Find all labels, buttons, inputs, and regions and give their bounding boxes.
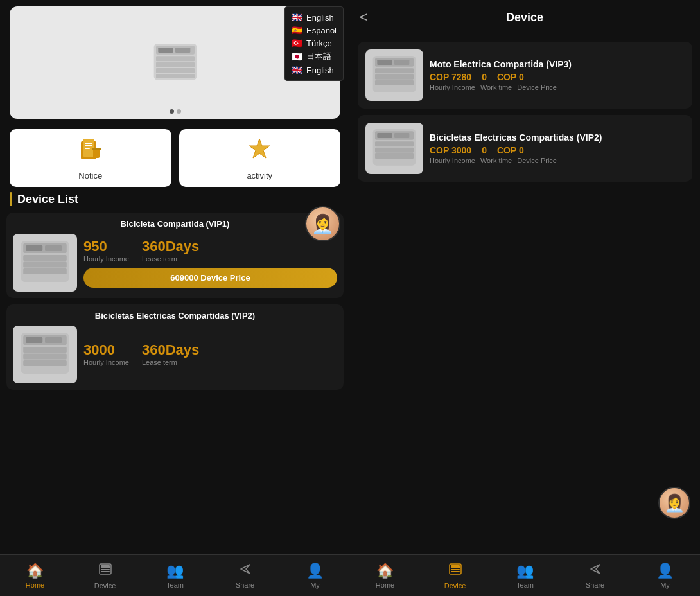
team-icon-left: 👥 (166, 563, 184, 579)
device-thumb-1 (13, 234, 77, 292)
home-icon-left: 🏠 (26, 563, 44, 579)
notice-label: Notice (78, 171, 102, 180)
right-device-2-worktime-label: Work time (480, 157, 512, 164)
lang-label-1: English (306, 13, 334, 22)
nav-my-right[interactable]: 👤 My (630, 555, 700, 596)
notice-button[interactable]: Notice (10, 129, 171, 187)
svg-rect-4 (156, 56, 195, 61)
lang-turkish[interactable]: 🇹🇷 Türkçe (292, 37, 337, 49)
svg-rect-36 (377, 60, 392, 65)
svg-rect-6 (156, 68, 195, 73)
svg-marker-15 (249, 139, 270, 158)
language-dropdown[interactable]: 🇬🇧 English 🇪🇸 Español 🇹🇷 Türkçe 🇯🇵 日本語 🇬… (284, 6, 344, 81)
lang-english-2[interactable]: 🇬🇧 English (292, 64, 337, 76)
lang-japanese[interactable]: 🇯🇵 日本語 (292, 49, 337, 64)
svg-rect-28 (23, 354, 67, 360)
device-1-price-btn[interactable]: 609000 Device Price (83, 268, 337, 288)
dot-1 (170, 109, 174, 114)
svg-rect-13 (93, 149, 100, 158)
activity-button[interactable]: activity (179, 129, 341, 187)
svg-rect-43 (377, 133, 392, 138)
svg-rect-12 (85, 148, 90, 149)
right-device-2-labels: Hourly Income Work time Device Price (430, 157, 685, 164)
device-info-2: 3000 Hourly Income 360Days Lease term (83, 342, 337, 367)
back-button[interactable]: < (360, 9, 368, 26)
nav-team-left[interactable]: 👥 Team (140, 555, 210, 596)
right-panel: < Device Moto Electrica Compartida (VIP3… (350, 0, 700, 596)
device-1-lease-block: 360Days Lease term (142, 238, 199, 263)
device-2-income: 3000 (83, 342, 129, 358)
nav-device-right[interactable]: Device (420, 555, 490, 596)
right-device-1-income: COP 7280 (430, 72, 471, 82)
device-label-right: Device (444, 582, 466, 590)
svg-rect-32 (101, 569, 110, 570)
lang-espanol[interactable]: 🇪🇸 Español (292, 24, 337, 37)
svg-rect-19 (45, 245, 62, 251)
right-device-2-income: COP 3000 (430, 145, 471, 155)
device-list-title: Device List (17, 193, 78, 206)
lang-english-1[interactable]: 🇬🇧 English (292, 11, 337, 24)
svg-rect-40 (375, 80, 414, 85)
device-card-vip2: Bicicletas Electricas Compartidas (VIP2) (6, 304, 344, 390)
svg-rect-51 (451, 571, 460, 572)
right-device-2-name: Bicicletas Electricas Compartidas (VIP2) (430, 132, 685, 143)
nav-home-left[interactable]: 🏠 Home (0, 555, 70, 596)
right-device-thumb-2 (365, 123, 423, 174)
device-1-lease-label: Lease term (142, 255, 199, 263)
svg-rect-26 (45, 337, 62, 343)
device-stat-row-1: 950 Hourly Income 360Days Lease term (83, 238, 337, 263)
left-panel: 🇬🇧 English 🇪🇸 Español 🇹🇷 Türkçe 🇯🇵 日本語 🇬… (0, 0, 350, 596)
svg-rect-31 (101, 565, 110, 568)
device-1-income: 950 (83, 238, 129, 255)
banner-dots (170, 109, 181, 114)
right-device-info-2: Bicicletas Electricas Compartidas (VIP2)… (430, 132, 685, 164)
my-icon-left: 👤 (306, 563, 324, 579)
right-device-1-stats: COP 7280 0 COP 0 (430, 72, 685, 82)
home-label-right: Home (376, 581, 394, 589)
right-device-2-stats: COP 3000 0 COP 0 (430, 145, 685, 155)
device-2-lease-block: 360Days Lease term (142, 342, 199, 366)
right-device-1-name: Moto Electrica Compartida (VIP3) (430, 59, 685, 69)
support-avatar-left: 👩‍💼 (305, 206, 340, 241)
nav-my-left[interactable]: 👤 My (280, 555, 350, 596)
right-device-1-worktime: 0 (482, 72, 487, 82)
share-icon-right (589, 563, 602, 579)
right-header: < Device (350, 0, 700, 35)
svg-rect-27 (23, 347, 67, 353)
notice-icon (78, 136, 103, 167)
svg-rect-3 (175, 48, 190, 53)
device-card-2-title: Bicicletas Electricas Compartidas (VIP2) (13, 311, 337, 320)
svg-rect-37 (394, 60, 409, 65)
nav-home-right[interactable]: 🏠 Home (350, 555, 420, 596)
device-info-1: 950 Hourly Income 360Days Lease term 609… (83, 238, 337, 288)
svg-rect-5 (156, 62, 195, 67)
device-1-lease: 360Days (142, 238, 199, 255)
right-device-card-vip2: Bicicletas Electricas Compartidas (VIP2)… (358, 115, 692, 182)
support-avatar-right[interactable]: 👩‍💼 (658, 487, 690, 519)
device-thumb-2 (13, 326, 77, 383)
right-device-list: Moto Electrica Compartida (VIP3) COP 728… (350, 35, 700, 554)
svg-rect-2 (158, 48, 173, 53)
team-label-left: Team (166, 581, 184, 589)
nav-device-left[interactable]: Device (70, 555, 140, 596)
flag-tr: 🇹🇷 (292, 38, 302, 48)
svg-rect-38 (375, 68, 414, 73)
right-device-1-worktime-label: Work time (480, 83, 512, 91)
device-1-income-block: 950 Hourly Income (83, 238, 129, 263)
nav-team-right[interactable]: 👥 Team (490, 555, 560, 596)
svg-rect-14 (92, 148, 101, 150)
right-device-info-1: Moto Electrica Compartida (VIP3) COP 728… (430, 59, 685, 91)
device-stat-row-2: 3000 Hourly Income 360Days Lease term (83, 342, 337, 366)
lang-label-5: English (306, 66, 334, 75)
svg-rect-10 (85, 143, 92, 144)
svg-rect-47 (375, 153, 414, 159)
device-2-lease-label: Lease term (142, 358, 199, 366)
device-1-income-label: Hourly Income (83, 255, 129, 263)
svg-rect-22 (23, 268, 67, 274)
home-label-left: Home (26, 581, 44, 589)
nav-share-right[interactable]: Share (560, 555, 630, 596)
nav-share-left[interactable]: Share (210, 555, 280, 596)
svg-rect-7 (156, 74, 195, 78)
right-device-1-labels: Hourly Income Work time Device Price (430, 83, 685, 91)
device-icon-right (448, 562, 462, 580)
